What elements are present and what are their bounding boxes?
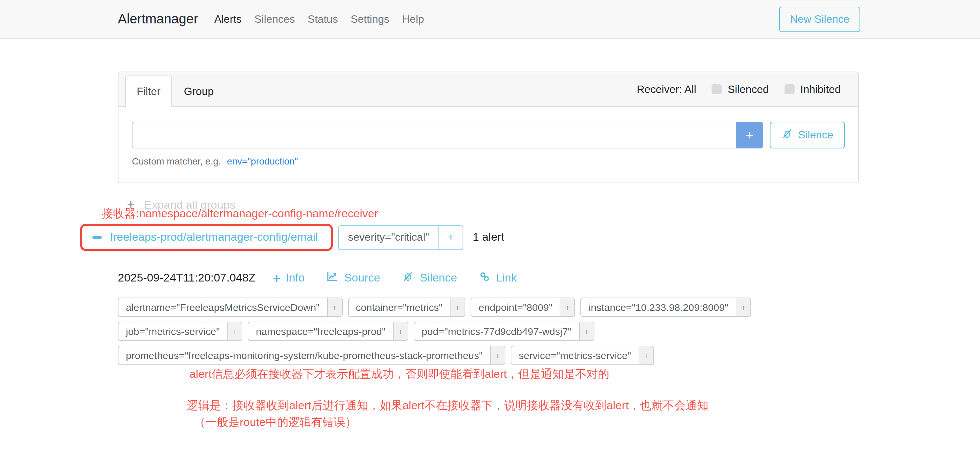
alert-link-label: Link — [496, 271, 517, 285]
alert-info-button[interactable]: + Info — [273, 271, 305, 285]
nav-item-alerts[interactable]: Alerts — [214, 13, 242, 25]
label-chip-add-button[interactable]: + — [227, 322, 242, 340]
alert-source-label: Source — [344, 271, 380, 285]
label-chip-add-button[interactable]: + — [490, 346, 505, 364]
group-matcher-chip: severity="critical" + — [338, 225, 463, 250]
top-navbar: Alertmanager Alerts Silences Status Sett… — [0, 0, 980, 39]
label-chip-add-button[interactable]: + — [450, 298, 465, 316]
tab-filter[interactable]: Filter — [125, 76, 172, 108]
link-icon — [479, 271, 491, 286]
silenced-checkbox[interactable] — [711, 84, 722, 94]
receiver-group-button[interactable]: freeleaps-prod/alertmanager-config/email — [110, 231, 318, 244]
app-brand[interactable]: Alertmanager — [118, 11, 198, 27]
silenced-checkbox-label[interactable]: Silenced — [711, 83, 769, 95]
label-chip-container: container="metrics" + — [348, 298, 465, 317]
label-chip-add-button[interactable]: + — [638, 346, 653, 364]
label-chip-text[interactable]: pod="metrics-77d9cdb497-wdsj7" — [414, 322, 579, 340]
label-chip-namespace: namespace="freeleaps-prod" + — [248, 322, 408, 341]
matcher-hint: Custom matcher, e.g. env="production" — [132, 156, 845, 166]
label-row: alertname="FreeleapsMetricsServiceDown" … — [118, 298, 751, 317]
label-row: prometheus="freeleaps-monitoring-system/… — [118, 346, 751, 365]
label-chip-add-button[interactable]: + — [327, 298, 342, 316]
alert-silence-label: Silence — [420, 271, 457, 285]
alert-generator-link[interactable]: Link — [479, 271, 517, 286]
alert-group-row: freeleaps-prod/alertmanager-config/email… — [80, 224, 504, 251]
label-chip-endpoint: endpoint="8009" + — [471, 298, 575, 317]
receiver-filter-dropdown[interactable]: Receiver: All — [636, 83, 696, 95]
label-chip-text[interactable]: container="metrics" — [348, 298, 450, 316]
group-matcher-add-button[interactable]: + — [439, 226, 463, 249]
add-matcher-button[interactable]: + — [737, 122, 763, 149]
new-silence-button[interactable]: New Silence — [779, 6, 860, 32]
alert-silence-button[interactable]: Silence — [402, 270, 457, 286]
nav-item-silences[interactable]: Silences — [255, 13, 295, 25]
alert-header: 2025-09-24T11:20:07.048Z + Info Source — [118, 270, 751, 286]
alert-labels: alertname="FreeleapsMetricsServiceDown" … — [118, 298, 751, 365]
label-chip-text[interactable]: endpoint="8009" — [471, 298, 560, 316]
label-row: job="metrics-service" + namespace="freel… — [118, 322, 751, 341]
inhibited-label: Inhibited — [800, 83, 841, 95]
label-chip-add-button[interactable]: + — [579, 322, 593, 340]
label-chip-text[interactable]: job="metrics-service" — [118, 322, 227, 340]
matcher-hint-text: Custom matcher, e.g. — [132, 156, 221, 166]
tab-group[interactable]: Group — [172, 76, 226, 107]
label-chip-add-button[interactable]: + — [736, 298, 750, 316]
silence-filter-button[interactable]: Silence — [770, 122, 845, 149]
nav-item-help[interactable]: Help — [402, 13, 424, 25]
label-chip-instance: instance="10.233.98.209:8009" + — [581, 298, 751, 317]
silence-filter-label: Silence — [798, 129, 834, 141]
group-matcher-label[interactable]: severity="critical" — [339, 226, 439, 249]
plus-icon: + — [273, 272, 280, 285]
receiver-group-highlight-box: freeleaps-prod/alertmanager-config/email — [80, 224, 333, 251]
matcher-input-group: + Silence — [132, 122, 845, 149]
config-annotation-text: alert信息必须在接收器下才表示配置成功，否则即使能看到alert，但是通知是… — [189, 366, 609, 382]
bell-slash-icon — [781, 128, 794, 143]
label-chip-text[interactable]: prometheus="freeleaps-monitoring-system/… — [118, 346, 490, 364]
label-chip-service: service="metrics-service" + — [511, 346, 654, 365]
filter-header-controls: Receiver: All Silenced Inhibited — [636, 83, 858, 95]
label-chip-pod: pod="metrics-77d9cdb497-wdsj7" + — [414, 322, 594, 341]
alert-info-label: Info — [286, 271, 305, 285]
logic-annotation-line1: 逻辑是：接收器收到alert后进行通知，如果alert不在接收器下，说明接收器没… — [187, 398, 708, 413]
alert-item: 2025-09-24T11:20:07.048Z + Info Source — [118, 270, 751, 365]
label-chip-job: job="metrics-service" + — [118, 322, 243, 341]
label-chip-prometheus: prometheus="freeleaps-monitoring-system/… — [118, 346, 505, 365]
logic-annotation-line2: （一般是route中的逻辑有错误） — [194, 415, 357, 430]
inhibited-checkbox[interactable] — [784, 84, 794, 94]
alert-source-link[interactable]: Source — [326, 270, 380, 286]
receiver-annotation-text: 接收器:namespace/altermanager-config-name/r… — [102, 206, 378, 221]
silenced-label: Silenced — [728, 83, 769, 95]
nav-item-settings[interactable]: Settings — [351, 13, 390, 25]
label-chip-text[interactable]: namespace="freeleaps-prod" — [249, 322, 393, 340]
filter-panel: Filter Group Receiver: All Silenced Inhi… — [118, 71, 859, 183]
alert-timestamp: 2025-09-24T11:20:07.048Z — [118, 271, 255, 285]
filter-panel-header: Filter Group Receiver: All Silenced Inhi… — [118, 72, 858, 107]
alert-count: 1 alert — [473, 231, 504, 244]
matcher-input[interactable] — [132, 122, 737, 149]
label-chip-text[interactable]: alertname="FreeleapsMetricsServiceDown" — [118, 298, 327, 316]
nav-item-status[interactable]: Status — [308, 13, 338, 25]
main-nav: Alerts Silences Status Settings Help — [214, 13, 424, 25]
alertmanager-page: Alertmanager Alerts Silences Status Sett… — [0, 0, 980, 450]
label-chip-text[interactable]: service="metrics-service" — [511, 346, 639, 364]
label-chip-add-button[interactable]: + — [393, 322, 408, 340]
inhibited-checkbox-label[interactable]: Inhibited — [784, 83, 841, 95]
minus-icon — [92, 236, 102, 239]
chart-line-icon — [326, 270, 339, 286]
label-chip-text[interactable]: instance="10.233.98.209:8009" — [581, 298, 736, 316]
label-chip-alertname: alertname="FreeleapsMetricsServiceDown" … — [118, 298, 342, 317]
matcher-example-link[interactable]: env="production" — [227, 156, 298, 166]
filter-panel-body: + Silence Custom matcher, e.g. env="prod… — [118, 107, 858, 182]
bell-slash-icon — [402, 270, 414, 286]
label-chip-add-button[interactable]: + — [560, 298, 575, 316]
